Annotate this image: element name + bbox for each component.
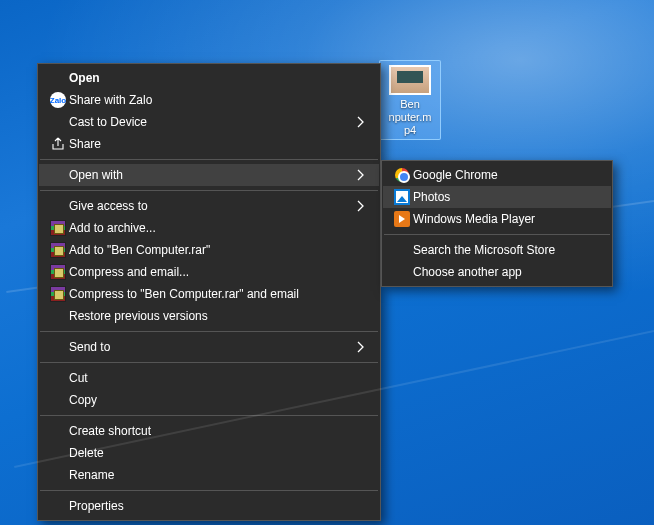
menu-separator: [384, 234, 610, 235]
menu-label: Give access to: [69, 199, 353, 213]
menu-item-open[interactable]: Open: [39, 67, 379, 89]
share-icon: [47, 136, 69, 152]
chrome-icon: [395, 168, 409, 182]
menu-item-properties[interactable]: Properties: [39, 495, 379, 517]
menu-item-give-access[interactable]: Give access to: [39, 195, 379, 217]
menu-label: Open: [69, 71, 353, 85]
winrar-icon: [50, 242, 66, 258]
winrar-icon: [50, 286, 66, 302]
menu-label: Share: [69, 137, 353, 151]
menu-separator: [40, 490, 378, 491]
submenu-label: Windows Media Player: [413, 212, 585, 226]
photos-icon: [394, 189, 410, 205]
submenu-label: Choose another app: [413, 265, 585, 279]
menu-item-share-zalo[interactable]: Zalo Share with Zalo: [39, 89, 379, 111]
menu-label: Send to: [69, 340, 353, 354]
context-menu: Open Zalo Share with Zalo Cast to Device…: [37, 63, 381, 521]
menu-label: Add to archive...: [69, 221, 353, 235]
chevron-right-icon: [353, 339, 369, 355]
submenu-label: Search the Microsoft Store: [413, 243, 585, 257]
menu-separator: [40, 415, 378, 416]
submenu-item-choose-app[interactable]: Choose another app: [383, 261, 611, 283]
file-name-label: Ben nputer.m p4: [382, 98, 438, 137]
menu-item-rename[interactable]: Rename: [39, 464, 379, 486]
submenu-item-search-store[interactable]: Search the Microsoft Store: [383, 239, 611, 261]
menu-separator: [40, 190, 378, 191]
menu-item-cut[interactable]: Cut: [39, 367, 379, 389]
chevron-right-icon: [353, 167, 369, 183]
menu-separator: [40, 159, 378, 160]
menu-item-compress-to-email[interactable]: Compress to "Ben Computer.rar" and email: [39, 283, 379, 305]
menu-label: Compress to "Ben Computer.rar" and email: [69, 287, 353, 301]
menu-label: Delete: [69, 446, 353, 460]
wmp-icon: [394, 211, 410, 227]
zalo-icon: Zalo: [50, 92, 66, 108]
menu-item-compress-email[interactable]: Compress and email...: [39, 261, 379, 283]
menu-label: Add to "Ben Computer.rar": [69, 243, 353, 257]
menu-item-delete[interactable]: Delete: [39, 442, 379, 464]
menu-label: Copy: [69, 393, 353, 407]
winrar-icon: [50, 220, 66, 236]
menu-item-add-archive[interactable]: Add to archive...: [39, 217, 379, 239]
menu-label: Cut: [69, 371, 353, 385]
menu-separator: [40, 331, 378, 332]
menu-item-copy[interactable]: Copy: [39, 389, 379, 411]
submenu-item-wmp[interactable]: Windows Media Player: [383, 208, 611, 230]
submenu-open-with: Google Chrome Photos Windows Media Playe…: [381, 160, 613, 287]
desktop-file-selected[interactable]: Ben nputer.m p4: [379, 60, 441, 140]
menu-label: Open with: [69, 168, 353, 182]
menu-item-cast[interactable]: Cast to Device: [39, 111, 379, 133]
menu-item-share[interactable]: Share: [39, 133, 379, 155]
menu-label: Rename: [69, 468, 353, 482]
menu-item-open-with[interactable]: Open with: [39, 164, 379, 186]
video-thumbnail-icon: [389, 65, 431, 95]
submenu-item-photos[interactable]: Photos: [383, 186, 611, 208]
winrar-icon: [50, 264, 66, 280]
menu-item-restore[interactable]: Restore previous versions: [39, 305, 379, 327]
menu-label: Create shortcut: [69, 424, 353, 438]
menu-label: Share with Zalo: [69, 93, 353, 107]
submenu-label: Google Chrome: [413, 168, 585, 182]
menu-label: Cast to Device: [69, 115, 353, 129]
menu-item-create-shortcut[interactable]: Create shortcut: [39, 420, 379, 442]
chevron-right-icon: [353, 114, 369, 130]
submenu-label: Photos: [413, 190, 585, 204]
desktop-background: Ben nputer.m p4 Open Zalo Share with Zal…: [0, 0, 654, 525]
menu-separator: [40, 362, 378, 363]
menu-label: Restore previous versions: [69, 309, 353, 323]
submenu-item-chrome[interactable]: Google Chrome: [383, 164, 611, 186]
menu-item-send-to[interactable]: Send to: [39, 336, 379, 358]
menu-label: Compress and email...: [69, 265, 353, 279]
menu-item-add-to-rar[interactable]: Add to "Ben Computer.rar": [39, 239, 379, 261]
menu-label: Properties: [69, 499, 353, 513]
chevron-right-icon: [353, 198, 369, 214]
